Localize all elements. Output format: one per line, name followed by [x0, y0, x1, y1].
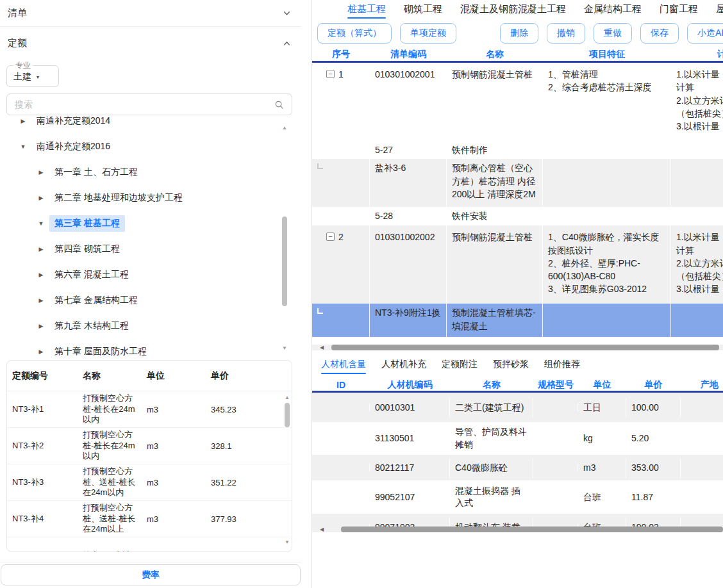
toolbar-button[interactable]: 删除 — [500, 23, 538, 44]
quota-sub-row[interactable]: 盐补3-6预制离心管桩（空心方桩）桩芯清理 内径200以上 清理深度2M — [312, 159, 723, 207]
tree-expanded-icon[interactable]: ▼ — [37, 220, 45, 227]
scroll-down-icon[interactable]: ▼ — [285, 540, 290, 545]
quota-name-cell: 打预制空心方桩、送桩-桩长在24m以内 — [78, 466, 142, 499]
hscrollbar-thumb[interactable] — [331, 345, 719, 350]
quota-row[interactable]: NT3-补4打预制空心方桩、送桩-桩长在24m以上m3377.93 — [7, 501, 292, 537]
detail-tab[interactable]: 组价推荐 — [544, 359, 580, 374]
list-item-table: 序号清单编码名称项目特征计算规则 −1010301002001预制钢筋混凝土管桩… — [312, 48, 723, 337]
detail-tab[interactable]: 人材机补充 — [381, 359, 426, 374]
resource-row[interactable]: 80212117C40微膨胀砼m3353.00 — [312, 455, 723, 480]
toolbar-button[interactable]: 重做 — [594, 23, 632, 44]
resource-row[interactable]: 99052107混凝土振捣器 插入式台班11.87 — [312, 480, 723, 514]
toolbar-button[interactable]: 撤销 — [547, 23, 585, 44]
quota-name-cell: 打预制空心方桩-桩长在24m以内 — [78, 393, 142, 426]
profession-select[interactable]: 专业 土建 ▾ — [6, 60, 59, 87]
toolbar-button[interactable]: 保存 — [640, 23, 679, 44]
top-tab[interactable]: 混凝土及钢筋混凝土工程 — [460, 3, 566, 19]
detail-tab[interactable]: 定额附注 — [442, 359, 478, 374]
tree-collapsed-icon[interactable]: ▶ — [19, 118, 27, 124]
resource-table-header: ID人材机编码名称规格型号单位单价产地 — [312, 379, 723, 393]
resource-table-hscrollbar[interactable]: ◀ — [312, 527, 723, 532]
price-cell: 190.03 — [626, 518, 681, 527]
scroll-left-icon[interactable]: ◀ — [320, 527, 324, 532]
dinge-section-header[interactable]: 定额 — [0, 27, 301, 59]
collapse-toggle-icon[interactable]: − — [326, 70, 335, 78]
tree-item[interactable]: ▶第十章 屋面及防水工程 — [0, 339, 301, 357]
tree-expanded-icon[interactable]: ▼ — [19, 143, 27, 150]
toolbar-button[interactable]: 小造AI — [687, 23, 723, 44]
collapse-toggle-icon[interactable]: − — [326, 233, 335, 241]
tree-item-label: 第七章 金属结构工程 — [49, 292, 143, 309]
tree-item[interactable]: ▼南通补充定额2016 — [0, 134, 301, 159]
quota-code-cell: NT3-补2 — [7, 440, 78, 452]
code-cell: 盐补3-6 — [370, 159, 447, 207]
search-input[interactable] — [15, 99, 274, 110]
detail-tab[interactable]: 人材机含量 — [321, 359, 366, 374]
quota-row[interactable]: NT3-补2打预制空心方桩-桩长在24m以内m3328.1 — [7, 428, 292, 464]
scroll-up-icon[interactable]: ▲ — [285, 395, 290, 400]
spec-cell — [533, 404, 578, 411]
toolbar-button[interactable]: 定额（算式） — [317, 23, 392, 44]
tree-scrollbar[interactable]: ▲ ▼ — [282, 127, 287, 350]
main-table-hscrollbar[interactable]: ◀ — [312, 345, 723, 350]
qingdan-section-header[interactable]: 清单 — [0, 0, 301, 27]
quota-sub-row[interactable]: 5-27铁件制作 — [312, 141, 723, 159]
code-cell: NT3-补9附注1换 — [370, 304, 447, 337]
scroll-up-icon[interactable]: ▲ — [282, 126, 287, 131]
tree-item[interactable]: ▶第二章 地基处理和边坡支护工程 — [0, 185, 301, 211]
tree-scrollbar-thumb[interactable] — [282, 216, 287, 306]
unit-cell: 工日 — [578, 398, 626, 418]
quota-sub-row[interactable]: NT3-补9附注1换预制混凝土管桩填芯-填混凝土 — [312, 304, 723, 337]
code-cell: 010301002001 — [370, 63, 447, 141]
search-box[interactable] — [6, 94, 292, 115]
tree-item[interactable]: ▶第九章 木结构工程 — [0, 313, 301, 339]
resource-row[interactable]: 00010301二类工(建筑工程)工日100.00 — [312, 393, 723, 422]
resource-row[interactable]: 31130501导管、护筒及料斗摊销kg5.20 — [312, 422, 723, 455]
tree-item-label: 第一章 土、石方工程 — [49, 164, 143, 181]
top-tab[interactable]: 桩基工程 — [347, 3, 386, 19]
origin-cell — [681, 404, 723, 411]
top-tab[interactable]: 金属结构工程 — [584, 3, 642, 19]
chevron-up-icon[interactable] — [283, 39, 291, 47]
chevron-down-icon[interactable] — [283, 9, 291, 17]
tree-item[interactable]: ▶第六章 混凝土工程 — [0, 262, 301, 288]
quota-sub-row[interactable]: 5-28铁件安装 — [312, 207, 723, 225]
tree-collapsed-icon[interactable]: ▶ — [37, 348, 45, 355]
tree-collapsed-icon[interactable]: ▶ — [37, 246, 45, 252]
hscrollbar-thumb[interactable] — [341, 527, 723, 532]
tree-item[interactable]: ▶第七章 金属结构工程 — [0, 288, 301, 313]
detail-tabs: 人材机含量人材机补充定额附注预拌砂浆组价推荐 — [312, 350, 723, 374]
tree-collapsed-icon[interactable]: ▶ — [37, 195, 45, 201]
top-tab[interactable]: 屋面及防水工程 — [716, 3, 723, 19]
resource-row[interactable]: 99071903机动翻斗车 装载台班190.03 — [312, 514, 723, 527]
tree-item-label: 第四章 砌筑工程 — [49, 241, 125, 257]
list-item-row[interactable]: −2010301002002预制钢筋混凝土管桩1、C40微膨胀砼，灌实长度按图纸… — [312, 225, 723, 304]
quota-row[interactable]: NT3-补3打预制空心方桩、送桩-桩长在24m以内m3351.22 — [7, 464, 292, 501]
top-tab[interactable]: 门窗工程 — [660, 3, 698, 19]
tree-collapsed-icon[interactable]: ▶ — [37, 297, 45, 304]
toolbar-button[interactable]: 单项定额 — [400, 23, 456, 44]
quota-table-scrollbar-thumb[interactable] — [285, 403, 290, 427]
scroll-down-icon[interactable]: ▼ — [282, 346, 287, 351]
rate-button[interactable]: 费率 — [1, 564, 301, 585]
search-icon[interactable] — [274, 100, 284, 110]
tree-collapsed-icon[interactable]: ▶ — [37, 169, 45, 176]
rule-cell — [671, 304, 723, 337]
detail-tab[interactable]: 预拌砂浆 — [493, 359, 529, 374]
tree-item[interactable]: ▼第三章 桩基工程 — [0, 211, 301, 236]
column-header: 计算规则 — [671, 49, 723, 60]
tree-item[interactable]: ▶南通补充定额2014 — [0, 117, 301, 134]
top-tab[interactable]: 砌筑工程 — [404, 3, 442, 19]
tree-item[interactable]: ▶第四章 砌筑工程 — [0, 236, 301, 262]
list-item-row[interactable]: −1010301002001预制钢筋混凝土管桩1、管桩清理 2、综合考虑桩芯清土… — [312, 63, 723, 141]
tree-collapsed-icon[interactable]: ▶ — [37, 323, 45, 329]
scroll-left-icon[interactable]: ◀ — [320, 345, 324, 350]
tree-collapsed-icon[interactable]: ▶ — [37, 272, 45, 278]
origin-cell — [681, 435, 723, 443]
quota-row[interactable]: NT3-补1打预制空心方桩-桩长在24m以内m3345.23 — [7, 391, 292, 428]
quota-row[interactable]: 静力压预制空 — [7, 537, 292, 552]
quota-price-cell: 345.23 — [206, 405, 292, 414]
tree-item[interactable]: ▶第一章 土、石方工程 — [0, 159, 301, 185]
feature-cell: 1、管桩清理 2、综合考虑桩芯清土深度 — [543, 63, 671, 141]
quota-table-scrollbar[interactable]: ▲ ▼ — [285, 395, 290, 545]
